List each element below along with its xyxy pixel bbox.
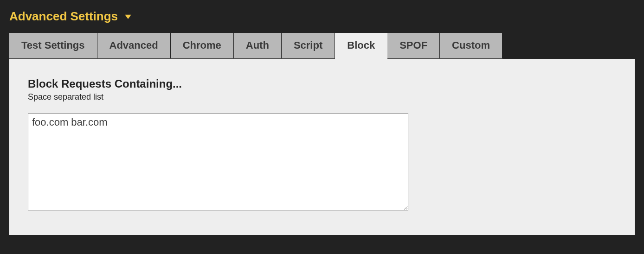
settings-tabs: Test Settings Advanced Chrome Auth Scrip… [9,33,635,59]
block-textarea[interactable] [28,113,408,210]
tab-block[interactable]: Block [335,33,387,59]
block-heading: Block Requests Containing... [28,77,616,90]
caret-down-icon [123,12,133,21]
advanced-settings-toggle[interactable]: Advanced Settings [9,9,635,24]
tab-advanced[interactable]: Advanced [97,33,171,59]
tab-auth[interactable]: Auth [234,33,282,59]
tab-spof[interactable]: SPOF [387,33,440,59]
tab-chrome[interactable]: Chrome [171,33,234,59]
block-subtitle: Space separated list [28,92,616,102]
page-title: Advanced Settings [9,9,118,24]
block-panel: Block Requests Containing... Space separ… [9,59,635,235]
tab-test-settings[interactable]: Test Settings [9,33,97,59]
tab-custom[interactable]: Custom [440,33,502,59]
tab-script[interactable]: Script [282,33,335,59]
